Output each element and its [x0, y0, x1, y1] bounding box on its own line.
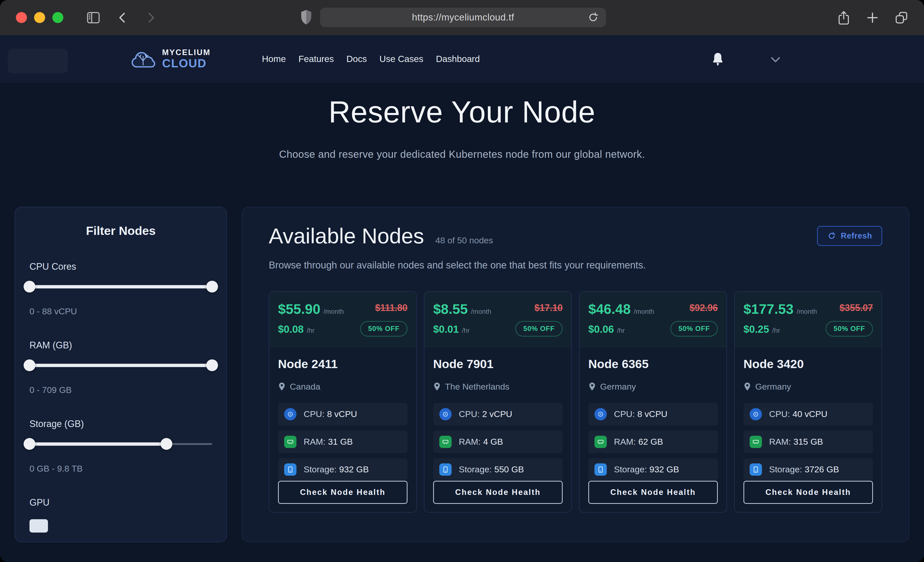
card-price-header: $177.53 /month $0.25 /hr $355.07 50% OFF [735, 292, 882, 347]
spec-list: CPU:40 vCPU RAM:315 GB Storage:3726 GB [744, 403, 873, 481]
ram-value: 315 GB [794, 437, 823, 447]
price-monthly: $46.48 [588, 301, 631, 317]
slider-thumb-max[interactable] [160, 438, 172, 450]
storage-label: Storage: [304, 465, 337, 474]
check-node-health-button[interactable]: Check Node Health [433, 481, 562, 504]
spec-list: CPU:8 vCPU RAM:62 GB Storage:932 GB [588, 403, 718, 481]
check-node-health-button[interactable]: Check Node Health [744, 481, 873, 504]
price-hourly: $0.01 [433, 323, 459, 335]
nodes-count: 48 of 50 nodes [435, 235, 493, 245]
filter-panel-title: Filter Nodes [30, 224, 212, 238]
site-navbar: MYCELIUM CLOUD HomeFeaturesDocsUse Cases… [0, 35, 924, 82]
share-icon[interactable] [837, 10, 850, 25]
cpu-label: CPU: [614, 409, 635, 419]
price-monthly: $55.90 [278, 301, 320, 317]
nav-link-home[interactable]: Home [262, 54, 286, 64]
nav-links: HomeFeaturesDocsUse CasesDashboard [262, 54, 480, 64]
zoom-window-button[interactable] [52, 12, 63, 23]
refresh-button-label: Refresh [841, 231, 872, 241]
mycelium-cloud-logo-icon [130, 48, 158, 69]
filter-range-text: 0 - 88 vCPU [30, 306, 212, 316]
window-controls [16, 12, 63, 23]
card-price-header: $46.48 /month $0.06 /hr $92.96 50% OFF [580, 292, 726, 347]
spec-row-storage: Storage:932 GB [278, 458, 408, 481]
cpu-icon [284, 408, 297, 420]
navbar-left-placeholder [8, 49, 68, 73]
cpu-value: 8 vCPU [637, 409, 667, 419]
node-name: Node 7901 [433, 357, 562, 371]
nodes-panel-title: Available Nodes [269, 224, 424, 248]
ram-value: 62 GB [638, 437, 663, 447]
spec-list: CPU:2 vCPU RAM:4 GB Storage:550 GB [433, 403, 562, 481]
range-slider[interactable] [30, 359, 212, 371]
range-slider[interactable] [30, 438, 212, 450]
ram-label: RAM: [769, 437, 791, 447]
check-node-health-button[interactable]: Check Node Health [588, 481, 718, 504]
url-text: https://myceliumcloud.tf [412, 12, 514, 23]
price-hourly: $0.06 [588, 323, 614, 335]
nav-link-features[interactable]: Features [298, 54, 334, 64]
nav-link-dashboard[interactable]: Dashboard [436, 54, 480, 64]
filter-range-text: 0 GB - 9.8 TB [30, 463, 212, 474]
browser-window: https://myceliumcloud.tf [0, 0, 924, 562]
slider-thumb-max[interactable] [206, 359, 218, 371]
spec-row-cpu: CPU:8 vCPU [588, 403, 718, 426]
forward-icon[interactable] [144, 11, 157, 25]
shield-icon[interactable] [300, 9, 313, 25]
check-node-health-button[interactable]: Check Node Health [278, 481, 408, 504]
filter-panel: Filter Nodes CPU Cores 0 - 88 vCPU RAM (… [15, 207, 227, 542]
minimize-window-button[interactable] [34, 12, 45, 23]
card-body: Node 6365 Germany CPU:8 vCPU RAM:62 GB [580, 347, 726, 512]
slider-fill [30, 285, 212, 288]
storage-icon [594, 463, 607, 476]
back-icon[interactable] [116, 11, 129, 25]
node-location: Canada [290, 382, 320, 392]
storage-value: 932 GB [339, 465, 369, 474]
slider-thumb-max[interactable] [206, 281, 218, 293]
per-month-label: /month [796, 308, 817, 315]
gpu-checkbox[interactable] [30, 519, 48, 532]
sidebar-toggle-icon[interactable] [86, 11, 101, 24]
filter-label: CPU Cores [30, 261, 212, 272]
site-logo[interactable]: MYCELIUM CLOUD [130, 48, 210, 69]
refresh-button[interactable]: Refresh [817, 226, 882, 246]
slider-thumb-min[interactable] [24, 281, 35, 293]
ram-label: RAM: [459, 437, 481, 447]
spec-row-cpu: CPU:2 vCPU [433, 403, 562, 426]
slider-thumb-min[interactable] [24, 359, 35, 371]
ram-icon [439, 436, 452, 448]
page-subtitle: Choose and reserve your dedicated Kubern… [0, 149, 924, 160]
storage-value: 3726 GB [805, 465, 839, 474]
node-name: Node 2411 [278, 357, 408, 371]
card-body: Node 3420 Germany CPU:40 vCPU RAM:315 GB [735, 347, 882, 512]
storage-value: 932 GB [650, 465, 679, 474]
new-tab-icon[interactable] [866, 11, 879, 25]
discount-badge: 50% OFF [825, 321, 873, 336]
logo-text-bottom: CLOUD [162, 57, 210, 69]
discount-badge: 50% OFF [515, 321, 562, 336]
card-price-header: $55.90 /month $0.08 /hr $111.80 50% OFF [269, 292, 416, 347]
page: MYCELIUM CLOUD HomeFeaturesDocsUse Cases… [0, 35, 924, 562]
logo-text-top: MYCELIUM [162, 48, 210, 56]
card-body: Node 7901 The Netherlands CPU:2 vCPU RAM… [424, 347, 572, 512]
slider-thumb-min[interactable] [24, 438, 35, 450]
cpu-icon [594, 408, 607, 420]
tabs-icon[interactable] [894, 10, 909, 25]
per-hour-label: /hr [617, 327, 625, 335]
reload-icon[interactable] [587, 11, 599, 24]
filter-group: RAM (GB) 0 - 709 GB [30, 340, 212, 395]
filter-group: GPU [30, 497, 212, 532]
close-window-button[interactable] [16, 12, 27, 23]
storage-icon [439, 463, 452, 476]
bell-icon[interactable] [710, 51, 726, 68]
discount-badge: 50% OFF [670, 321, 718, 336]
url-bar[interactable]: https://myceliumcloud.tf [320, 8, 606, 27]
node-card: $8.55 /month $0.01 /hr $17.10 50% OFF No… [424, 291, 572, 513]
storage-icon [284, 463, 297, 476]
card-body: Node 2411 Canada CPU:8 vCPU RAM:31 GB [269, 347, 416, 512]
storage-icon [750, 463, 762, 476]
chevron-down-icon[interactable] [770, 55, 781, 65]
nav-link-docs[interactable]: Docs [346, 54, 367, 64]
nav-link-use-cases[interactable]: Use Cases [380, 54, 423, 64]
range-slider[interactable] [30, 281, 212, 293]
